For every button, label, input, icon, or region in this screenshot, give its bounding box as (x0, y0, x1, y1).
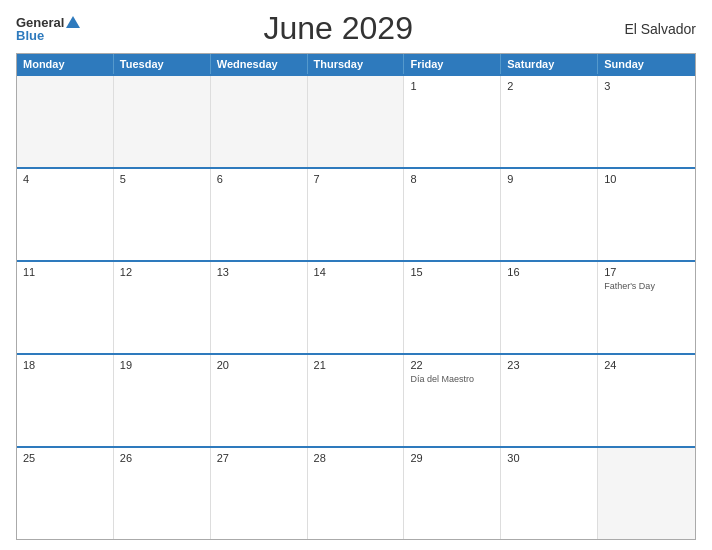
day-number: 6 (217, 173, 301, 185)
calendar-cell: 19 (114, 355, 211, 446)
day-number: 24 (604, 359, 689, 371)
weekday-header-thursday: Thursday (308, 54, 405, 74)
day-number: 1 (410, 80, 494, 92)
day-number: 16 (507, 266, 591, 278)
day-number: 2 (507, 80, 591, 92)
logo-general-text: General (16, 16, 64, 29)
calendar-cell: 6 (211, 169, 308, 260)
calendar-cell: 26 (114, 448, 211, 539)
holiday-label: Día del Maestro (410, 374, 494, 385)
calendar-cell: 7 (308, 169, 405, 260)
calendar-body: 1234567891011121314151617Father's Day181… (17, 74, 695, 539)
day-number: 21 (314, 359, 398, 371)
day-number: 27 (217, 452, 301, 464)
day-number: 26 (120, 452, 204, 464)
calendar-cell: 9 (501, 169, 598, 260)
day-number: 5 (120, 173, 204, 185)
day-number: 12 (120, 266, 204, 278)
day-number: 30 (507, 452, 591, 464)
day-number: 7 (314, 173, 398, 185)
country-label: El Salvador (596, 21, 696, 37)
day-number: 28 (314, 452, 398, 464)
calendar-week-1: 123 (17, 74, 695, 167)
calendar-cell: 12 (114, 262, 211, 353)
calendar-cell: 3 (598, 76, 695, 167)
calendar-cell (17, 76, 114, 167)
calendar-cell: 29 (404, 448, 501, 539)
weekday-header-sunday: Sunday (598, 54, 695, 74)
calendar-cell: 17Father's Day (598, 262, 695, 353)
calendar-cell: 24 (598, 355, 695, 446)
calendar-cell: 11 (17, 262, 114, 353)
day-number: 4 (23, 173, 107, 185)
calendar-cell: 18 (17, 355, 114, 446)
calendar-week-5: 252627282930 (17, 446, 695, 539)
day-number: 22 (410, 359, 494, 371)
calendar-cell: 20 (211, 355, 308, 446)
calendar-cell: 5 (114, 169, 211, 260)
day-number: 17 (604, 266, 689, 278)
calendar-cell: 15 (404, 262, 501, 353)
header: General Blue June 2029 El Salvador (16, 10, 696, 47)
calendar-cell: 25 (17, 448, 114, 539)
day-number: 25 (23, 452, 107, 464)
weekday-header-saturday: Saturday (501, 54, 598, 74)
day-number: 18 (23, 359, 107, 371)
calendar-cell: 21 (308, 355, 405, 446)
calendar-cell: 23 (501, 355, 598, 446)
day-number: 23 (507, 359, 591, 371)
day-number: 14 (314, 266, 398, 278)
logo-blue-text: Blue (16, 29, 44, 42)
calendar-week-4: 1819202122Día del Maestro2324 (17, 353, 695, 446)
day-number: 15 (410, 266, 494, 278)
calendar-cell: 8 (404, 169, 501, 260)
calendar-cell: 14 (308, 262, 405, 353)
day-number: 20 (217, 359, 301, 371)
month-title: June 2029 (80, 10, 596, 47)
calendar-cell: 22Día del Maestro (404, 355, 501, 446)
calendar-week-2: 45678910 (17, 167, 695, 260)
calendar-cell: 16 (501, 262, 598, 353)
calendar-cell (308, 76, 405, 167)
calendar-cell: 4 (17, 169, 114, 260)
calendar-header: MondayTuesdayWednesdayThursdayFridaySatu… (17, 54, 695, 74)
day-number: 3 (604, 80, 689, 92)
holiday-label: Father's Day (604, 281, 689, 292)
calendar-cell: 28 (308, 448, 405, 539)
calendar-week-3: 11121314151617Father's Day (17, 260, 695, 353)
day-number: 8 (410, 173, 494, 185)
weekday-header-tuesday: Tuesday (114, 54, 211, 74)
calendar-cell: 1 (404, 76, 501, 167)
logo-triangle-icon (66, 16, 80, 28)
calendar-cell (598, 448, 695, 539)
calendar: MondayTuesdayWednesdayThursdayFridaySatu… (16, 53, 696, 540)
calendar-cell: 13 (211, 262, 308, 353)
calendar-cell: 2 (501, 76, 598, 167)
calendar-cell (114, 76, 211, 167)
weekday-header-wednesday: Wednesday (211, 54, 308, 74)
day-number: 13 (217, 266, 301, 278)
calendar-cell: 10 (598, 169, 695, 260)
weekday-header-monday: Monday (17, 54, 114, 74)
calendar-page: General Blue June 2029 El Salvador Monda… (0, 0, 712, 550)
calendar-cell (211, 76, 308, 167)
day-number: 19 (120, 359, 204, 371)
calendar-cell: 30 (501, 448, 598, 539)
day-number: 11 (23, 266, 107, 278)
logo: General Blue (16, 16, 80, 42)
day-number: 29 (410, 452, 494, 464)
day-number: 10 (604, 173, 689, 185)
calendar-cell: 27 (211, 448, 308, 539)
weekday-header-friday: Friday (404, 54, 501, 74)
day-number: 9 (507, 173, 591, 185)
